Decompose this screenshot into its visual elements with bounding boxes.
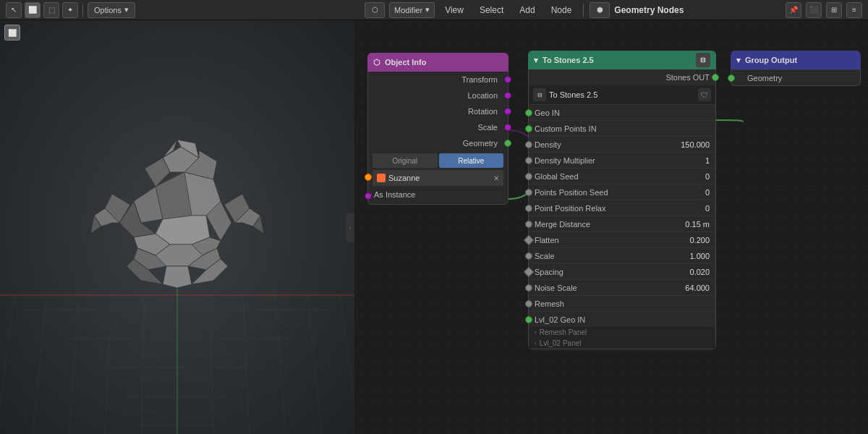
density-socket[interactable] <box>525 141 532 148</box>
global-seed-label: Global Seed <box>535 172 705 181</box>
node-menu[interactable]: Node <box>545 2 578 18</box>
noise-scale-socket[interactable] <box>525 284 532 292</box>
add-menu[interactable]: Add <box>514 2 540 18</box>
point-position-relax-socket[interactable] <box>525 205 532 212</box>
to-stones-expand-icon: ▾ <box>534 56 538 65</box>
pin-btn[interactable]: 📌 <box>786 2 801 18</box>
copy-icon[interactable]: ⊟ <box>533 88 546 101</box>
stones-out-label: Stones OUT <box>535 73 710 82</box>
flatten-socket[interactable] <box>524 235 534 245</box>
extra-btn-1[interactable]: ⬛ <box>806 2 822 18</box>
output-geometry-row: Geometry <box>731 69 860 85</box>
options-label: Options <box>94 6 122 14</box>
geometry-socket[interactable] <box>504 140 511 147</box>
node-editor-mode-btn[interactable]: ⬡ <box>365 2 385 18</box>
object-info-node: ⬡ Object Info Transform Location <box>367 53 509 205</box>
object-info-title: Object Info <box>385 58 426 67</box>
scale-param-label: Scale <box>535 252 689 260</box>
density-multiplier-value: 1 <box>705 156 710 165</box>
global-seed-row: Global Seed 0 <box>529 168 715 184</box>
points-position-seed-row: Points Position Seed 0 <box>529 184 715 200</box>
merge-distance-socket[interactable] <box>525 221 532 228</box>
geo-in-label: Geo IN <box>535 109 710 117</box>
object-color-swatch <box>377 174 386 182</box>
location-socket[interactable] <box>504 92 511 99</box>
merge-distance-label: Merge Distance <box>535 220 685 229</box>
lasso-tool-btn[interactable]: ⬚ <box>43 2 59 18</box>
merge-distance-row: Merge Distance 0.15 m <box>529 216 715 231</box>
object-socket[interactable] <box>365 174 372 181</box>
scale-socket[interactable] <box>504 124 511 131</box>
output-geometry-socket[interactable] <box>728 75 735 82</box>
mode-buttons: Original Relative <box>373 153 503 168</box>
global-seed-socket[interactable] <box>525 173 532 180</box>
remesh-panel-label: Remesh Panel <box>540 328 587 336</box>
density-row: Density 150.000 <box>529 136 715 152</box>
custom-points-socket[interactable] <box>525 125 532 132</box>
object-info-header[interactable]: ⬡ Object Info <box>367 53 509 72</box>
cursor-tool-btn[interactable]: ↖ <box>6 2 22 18</box>
remesh-socket[interactable] <box>525 300 532 307</box>
lvl02-geo-in-socket[interactable] <box>525 316 532 323</box>
density-multiplier-socket[interactable] <box>525 157 532 164</box>
extra-btn-2[interactable]: ⊞ <box>826 2 842 18</box>
magic-tool-btn[interactable]: ✦ <box>62 2 78 18</box>
transform-socket[interactable] <box>504 76 511 83</box>
custom-points-label: Custom Points IN <box>535 124 710 133</box>
options-chevron-icon: ▾ <box>124 5 129 14</box>
rotation-socket[interactable] <box>504 108 511 115</box>
to-stones-subheader: ⊟ To Stones 2.5 🛡 <box>529 85 715 104</box>
remesh-row: Remesh <box>529 295 715 311</box>
separator-1 <box>82 4 83 17</box>
extra-btn-3[interactable]: ≡ <box>846 2 862 18</box>
remesh-panel-section[interactable]: › Remesh Panel <box>529 327 715 338</box>
modifier-dropdown[interactable]: Modifier ▾ <box>389 2 435 18</box>
spacing-socket[interactable] <box>524 267 534 277</box>
original-btn[interactable]: Original <box>373 153 438 168</box>
viewport-canvas <box>0 20 354 434</box>
as-instance-row: As Instance <box>368 188 508 204</box>
rotation-label: Rotation <box>368 107 503 116</box>
viewport-collapse-arrow[interactable]: ‹ <box>346 213 354 242</box>
spacing-label: Spacing <box>535 268 689 276</box>
geo-in-socket[interactable] <box>525 109 532 116</box>
node-editor: ⬡ Object Info Transform Location <box>354 20 868 434</box>
select-box-tool-btn[interactable]: ⬜ <box>25 2 41 18</box>
global-seed-value: 0 <box>705 172 710 181</box>
points-position-seed-socket[interactable] <box>525 189 532 196</box>
relative-btn[interactable]: Relative <box>439 153 504 168</box>
object-close-btn[interactable]: ✕ <box>493 174 499 182</box>
spacing-value: 0.020 <box>689 268 710 276</box>
options-button[interactable]: Options ▾ <box>88 2 135 18</box>
scale-param-socket[interactable] <box>525 252 532 260</box>
stones-out-socket[interactable] <box>712 74 719 81</box>
view-menu[interactable]: View <box>439 2 469 18</box>
location-row: Location <box>368 88 508 103</box>
to-stones-copy-btn[interactable]: ⊟ <box>696 53 710 67</box>
density-label: Density <box>535 140 681 149</box>
group-output-title: Group Output <box>745 56 797 64</box>
points-position-seed-label: Points Position Seed <box>535 188 705 197</box>
noise-scale-row: Noise Scale 64.000 <box>529 279 715 295</box>
group-output-body: Geometry <box>731 69 861 86</box>
lvl02-panel-section[interactable]: › Lvl_02 Panel <box>529 338 715 349</box>
rotation-row: Rotation <box>368 103 508 119</box>
lvl02-panel-chevron-icon: › <box>535 340 537 346</box>
object-info-body: Transform Location Rotation <box>367 72 509 205</box>
select-menu[interactable]: Select <box>474 2 509 18</box>
to-stones-title: To Stones 2.5 <box>542 56 594 64</box>
select-box-active-btn[interactable]: ⬜ <box>4 25 20 41</box>
merge-distance-value: 0.15 m <box>685 220 710 229</box>
main-content: ⬜ <box>0 20 868 434</box>
density-value: 150.000 <box>681 140 710 149</box>
node-editor-icon-btn[interactable]: ⬢ <box>590 2 610 18</box>
group-output-header[interactable]: ▾ Group Output <box>731 51 861 69</box>
geo-nodes-label: Geometry Nodes <box>614 5 684 15</box>
as-instance-label: As Instance <box>374 190 415 199</box>
geometry-label: Geometry <box>368 139 503 148</box>
instance-socket[interactable] <box>365 192 372 200</box>
noise-scale-value: 64.000 <box>685 284 710 292</box>
flatten-label: Flatten <box>535 236 689 244</box>
to-stones-header[interactable]: ▾ To Stones 2.5 ⊟ <box>528 51 716 69</box>
node-editor-toolbar: ⬡ Modifier ▾ View Select Add Node ⬢ Geom… <box>365 2 862 18</box>
